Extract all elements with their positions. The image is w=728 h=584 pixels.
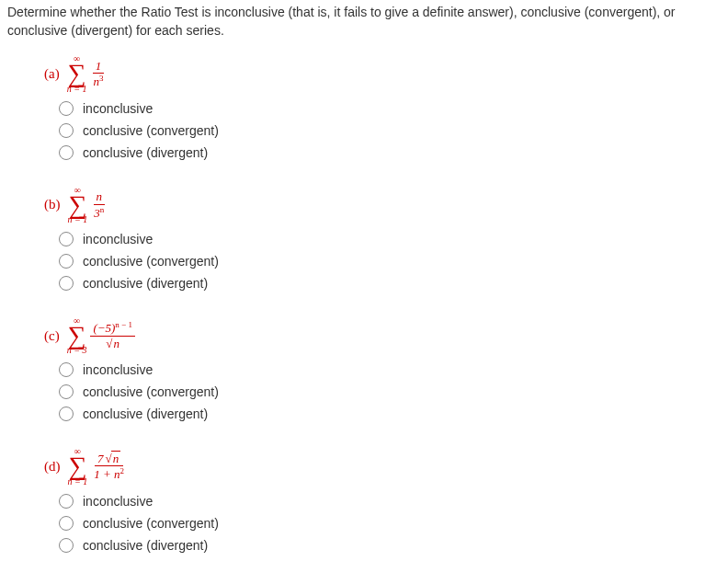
option-1[interactable]: conclusive (convergent) <box>59 516 721 531</box>
instructions-text: Determine whether the Ratio Test is inco… <box>7 4 721 40</box>
radio-icon[interactable] <box>59 384 74 399</box>
option-1[interactable]: conclusive (convergent) <box>59 123 721 138</box>
radio-icon[interactable] <box>59 123 74 138</box>
option-label: conclusive (convergent) <box>83 516 219 531</box>
sigma-symbol: ∞∑n = 1 <box>68 186 88 224</box>
option-2[interactable]: conclusive (divergent) <box>59 538 721 553</box>
radio-icon[interactable] <box>59 516 74 531</box>
radio-icon[interactable] <box>59 254 74 269</box>
radio-icon[interactable] <box>59 276 74 291</box>
radio-icon[interactable] <box>59 407 74 421</box>
option-label: conclusive (divergent) <box>83 538 208 553</box>
question-d: (d)∞∑n = 17n1 + n2inconclusiveconclusive… <box>44 447 721 552</box>
fraction: (−5)n − 1n <box>90 320 135 351</box>
formula: (b)∞∑n = 1n3n <box>44 186 721 224</box>
fraction: 1n3 <box>90 59 106 90</box>
formula: (c)∞∑n = 3(−5)n − 1n <box>44 316 721 355</box>
options-group: inconclusiveconclusive (convergent)concl… <box>59 494 721 553</box>
option-label: conclusive (convergent) <box>83 123 219 138</box>
options-group: inconclusiveconclusive (convergent)concl… <box>59 101 721 160</box>
option-label: conclusive (convergent) <box>83 254 219 269</box>
option-2[interactable]: conclusive (divergent) <box>59 145 721 160</box>
option-0[interactable]: inconclusive <box>59 232 721 246</box>
options-group: inconclusiveconclusive (convergent)concl… <box>59 232 721 291</box>
option-label: inconclusive <box>83 101 153 116</box>
question-label: (b) <box>44 197 61 212</box>
option-label: inconclusive <box>83 494 153 509</box>
question-c: (c)∞∑n = 3(−5)n − 1ninconclusiveconclusi… <box>44 316 721 421</box>
radio-icon[interactable] <box>59 145 74 160</box>
option-label: conclusive (divergent) <box>83 407 208 421</box>
option-1[interactable]: conclusive (convergent) <box>59 254 721 269</box>
formula: (d)∞∑n = 17n1 + n2 <box>44 447 721 486</box>
option-label: conclusive (divergent) <box>83 145 208 160</box>
question-a: (a)∞∑n = 11n3inconclusiveconclusive (con… <box>44 54 721 159</box>
option-2[interactable]: conclusive (divergent) <box>59 276 721 291</box>
option-0[interactable]: inconclusive <box>59 362 721 377</box>
radio-icon[interactable] <box>59 494 74 509</box>
formula: (a)∞∑n = 11n3 <box>44 54 721 93</box>
radio-icon[interactable] <box>59 362 74 377</box>
question-label: (c) <box>44 328 60 344</box>
options-group: inconclusiveconclusive (convergent)concl… <box>59 362 721 421</box>
sigma-symbol: ∞∑n = 1 <box>68 447 88 486</box>
question-label: (a) <box>44 66 60 82</box>
option-2[interactable]: conclusive (divergent) <box>59 407 721 421</box>
question-b: (b)∞∑n = 1n3ninconclusiveconclusive (con… <box>44 186 721 291</box>
radio-icon[interactable] <box>59 232 74 246</box>
option-label: conclusive (divergent) <box>83 276 208 291</box>
option-1[interactable]: conclusive (convergent) <box>59 384 721 399</box>
sigma-symbol: ∞∑n = 1 <box>67 54 87 93</box>
sigma-symbol: ∞∑n = 3 <box>67 316 87 355</box>
option-label: inconclusive <box>83 232 153 246</box>
option-label: conclusive (convergent) <box>83 384 219 399</box>
fraction: 7n1 + n2 <box>91 452 127 483</box>
fraction: n3n <box>91 189 107 221</box>
radio-icon[interactable] <box>59 538 74 553</box>
option-0[interactable]: inconclusive <box>59 101 721 116</box>
radio-icon[interactable] <box>59 101 74 116</box>
option-0[interactable]: inconclusive <box>59 494 721 509</box>
option-label: inconclusive <box>83 362 153 377</box>
question-label: (d) <box>44 459 61 475</box>
